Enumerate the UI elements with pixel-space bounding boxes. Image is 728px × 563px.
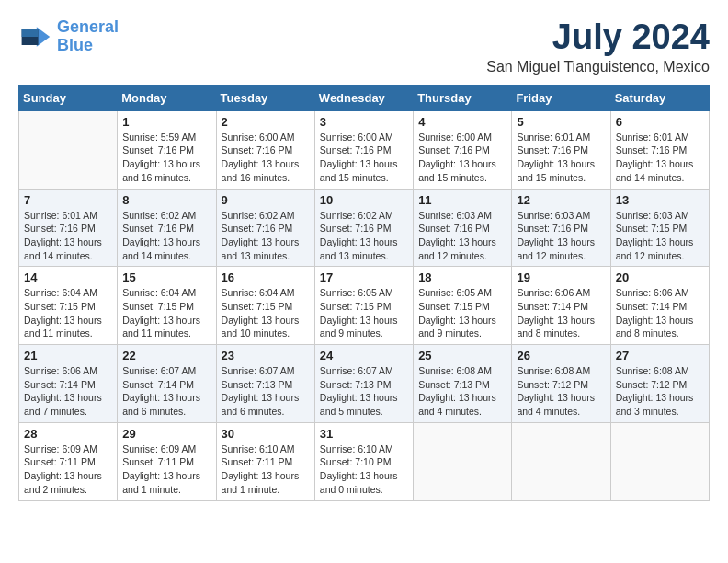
day-info: Sunrise: 6:01 AMSunset: 7:16 PMDaylight:… xyxy=(616,131,704,185)
calendar-cell: 11Sunrise: 6:03 AMSunset: 7:16 PMDayligh… xyxy=(414,189,512,267)
day-info: Sunrise: 6:06 AMSunset: 7:14 PMDaylight:… xyxy=(616,286,704,340)
day-number: 14 xyxy=(24,270,112,284)
day-number: 7 xyxy=(24,193,112,207)
calendar-cell xyxy=(19,110,118,189)
svg-rect-3 xyxy=(22,29,39,37)
calendar-week-4: 21Sunrise: 6:06 AMSunset: 7:14 PMDayligh… xyxy=(19,345,710,423)
calendar-cell: 26Sunrise: 6:08 AMSunset: 7:12 PMDayligh… xyxy=(512,345,610,423)
page-header: General Blue July 2024 San Miguel Tiangu… xyxy=(18,18,710,75)
calendar-cell: 29Sunrise: 6:09 AMSunset: 7:11 PMDayligh… xyxy=(118,422,216,500)
calendar-week-1: 1Sunrise: 5:59 AMSunset: 7:16 PMDaylight… xyxy=(19,110,710,189)
calendar-cell: 4Sunrise: 6:00 AMSunset: 7:16 PMDaylight… xyxy=(414,110,512,189)
day-info: Sunrise: 6:02 AMSunset: 7:16 PMDaylight:… xyxy=(122,209,210,263)
day-info: Sunrise: 6:05 AMSunset: 7:15 PMDaylight:… xyxy=(320,286,408,340)
day-info: Sunrise: 6:01 AMSunset: 7:16 PMDaylight:… xyxy=(517,131,605,185)
weekday-header-wednesday: Wednesday xyxy=(314,85,413,110)
logo-general: General xyxy=(57,17,119,36)
title-block: July 2024 San Miguel Tianguistenco, Mexi… xyxy=(486,18,710,75)
day-info: Sunrise: 6:07 AMSunset: 7:13 PMDaylight:… xyxy=(222,364,310,419)
calendar-cell: 20Sunrise: 6:06 AMSunset: 7:14 PMDayligh… xyxy=(610,267,709,345)
day-info: Sunrise: 6:10 AMSunset: 7:10 PMDaylight:… xyxy=(320,442,408,497)
day-number: 2 xyxy=(222,115,310,129)
calendar-week-2: 7Sunrise: 6:01 AMSunset: 7:16 PMDaylight… xyxy=(19,189,710,267)
day-number: 18 xyxy=(418,270,506,284)
day-info: Sunrise: 6:05 AMSunset: 7:15 PMDaylight:… xyxy=(418,286,506,340)
calendar-cell: 14Sunrise: 6:04 AMSunset: 7:15 PMDayligh… xyxy=(19,267,118,345)
calendar-cell: 1Sunrise: 5:59 AMSunset: 7:16 PMDaylight… xyxy=(118,110,216,189)
calendar-cell: 18Sunrise: 6:05 AMSunset: 7:15 PMDayligh… xyxy=(414,267,512,345)
calendar-cell: 5Sunrise: 6:01 AMSunset: 7:16 PMDaylight… xyxy=(512,110,610,189)
day-number: 28 xyxy=(24,427,112,441)
month-title: July 2024 xyxy=(486,18,710,57)
day-number: 17 xyxy=(320,270,408,284)
day-number: 29 xyxy=(122,427,210,441)
weekday-header-row: SundayMondayTuesdayWednesdayThursdayFrid… xyxy=(19,85,710,110)
weekday-header-sunday: Sunday xyxy=(19,85,118,110)
logo-icon xyxy=(18,20,51,53)
calendar-cell: 24Sunrise: 6:07 AMSunset: 7:13 PMDayligh… xyxy=(314,345,413,423)
calendar-cell xyxy=(414,422,512,500)
day-number: 4 xyxy=(418,115,506,129)
day-number: 30 xyxy=(222,427,310,441)
day-info: Sunrise: 6:01 AMSunset: 7:16 PMDaylight:… xyxy=(24,209,112,263)
day-info: Sunrise: 6:09 AMSunset: 7:11 PMDaylight:… xyxy=(24,442,112,497)
day-info: Sunrise: 6:09 AMSunset: 7:11 PMDaylight:… xyxy=(122,442,210,497)
day-number: 13 xyxy=(616,193,704,207)
day-number: 24 xyxy=(320,349,408,362)
logo-text: General Blue xyxy=(57,18,119,55)
day-number: 20 xyxy=(616,270,704,284)
day-number: 19 xyxy=(517,270,605,284)
day-info: Sunrise: 6:08 AMSunset: 7:13 PMDaylight:… xyxy=(418,364,506,419)
calendar-cell: 12Sunrise: 6:03 AMSunset: 7:16 PMDayligh… xyxy=(512,189,610,267)
weekday-header-saturday: Saturday xyxy=(610,85,709,110)
calendar-cell: 31Sunrise: 6:10 AMSunset: 7:10 PMDayligh… xyxy=(314,422,413,500)
calendar-cell: 16Sunrise: 6:04 AMSunset: 7:15 PMDayligh… xyxy=(216,267,314,345)
day-number: 8 xyxy=(122,193,210,207)
day-number: 10 xyxy=(320,193,408,207)
day-info: Sunrise: 5:59 AMSunset: 7:16 PMDaylight:… xyxy=(122,131,210,185)
calendar-cell: 19Sunrise: 6:06 AMSunset: 7:14 PMDayligh… xyxy=(512,267,610,345)
calendar-cell xyxy=(610,422,709,500)
logo: General Blue xyxy=(18,18,119,55)
day-info: Sunrise: 6:10 AMSunset: 7:11 PMDaylight:… xyxy=(222,442,310,497)
day-number: 25 xyxy=(418,349,506,362)
calendar-cell: 13Sunrise: 6:03 AMSunset: 7:15 PMDayligh… xyxy=(610,189,709,267)
day-number: 27 xyxy=(616,349,704,362)
calendar-cell: 8Sunrise: 6:02 AMSunset: 7:16 PMDaylight… xyxy=(118,189,216,267)
day-info: Sunrise: 6:08 AMSunset: 7:12 PMDaylight:… xyxy=(616,364,704,419)
calendar-cell: 6Sunrise: 6:01 AMSunset: 7:16 PMDaylight… xyxy=(610,110,709,189)
calendar-cell: 2Sunrise: 6:00 AMSunset: 7:16 PMDaylight… xyxy=(216,110,314,189)
day-info: Sunrise: 6:04 AMSunset: 7:15 PMDaylight:… xyxy=(222,286,310,340)
calendar-cell: 9Sunrise: 6:02 AMSunset: 7:16 PMDaylight… xyxy=(216,189,314,267)
calendar-cell: 10Sunrise: 6:02 AMSunset: 7:16 PMDayligh… xyxy=(314,189,413,267)
day-number: 22 xyxy=(122,349,210,362)
calendar-cell: 27Sunrise: 6:08 AMSunset: 7:12 PMDayligh… xyxy=(610,345,709,423)
day-number: 15 xyxy=(122,270,210,284)
calendar-cell: 23Sunrise: 6:07 AMSunset: 7:13 PMDayligh… xyxy=(216,345,314,423)
location-title: San Miguel Tianguistenco, Mexico xyxy=(486,59,710,75)
logo-blue: Blue xyxy=(57,36,93,54)
calendar-cell: 30Sunrise: 6:10 AMSunset: 7:11 PMDayligh… xyxy=(216,422,314,500)
day-number: 31 xyxy=(320,427,408,441)
day-info: Sunrise: 6:03 AMSunset: 7:16 PMDaylight:… xyxy=(517,209,605,263)
day-number: 12 xyxy=(517,193,605,207)
day-number: 26 xyxy=(517,349,605,362)
day-number: 11 xyxy=(418,193,506,207)
weekday-header-monday: Monday xyxy=(118,85,216,110)
day-info: Sunrise: 6:04 AMSunset: 7:15 PMDaylight:… xyxy=(122,286,210,340)
day-info: Sunrise: 6:06 AMSunset: 7:14 PMDaylight:… xyxy=(24,364,112,419)
day-info: Sunrise: 6:06 AMSunset: 7:14 PMDaylight:… xyxy=(517,286,605,340)
calendar-cell: 28Sunrise: 6:09 AMSunset: 7:11 PMDayligh… xyxy=(19,422,118,500)
day-info: Sunrise: 6:04 AMSunset: 7:15 PMDaylight:… xyxy=(24,286,112,340)
calendar-cell: 21Sunrise: 6:06 AMSunset: 7:14 PMDayligh… xyxy=(19,345,118,423)
day-info: Sunrise: 6:02 AMSunset: 7:16 PMDaylight:… xyxy=(320,209,408,263)
weekday-header-friday: Friday xyxy=(512,85,610,110)
day-info: Sunrise: 6:00 AMSunset: 7:16 PMDaylight:… xyxy=(418,131,506,185)
calendar-cell: 15Sunrise: 6:04 AMSunset: 7:15 PMDayligh… xyxy=(118,267,216,345)
day-number: 3 xyxy=(320,115,408,129)
day-info: Sunrise: 6:07 AMSunset: 7:13 PMDaylight:… xyxy=(320,364,408,419)
day-info: Sunrise: 6:00 AMSunset: 7:16 PMDaylight:… xyxy=(222,131,310,185)
day-number: 5 xyxy=(517,115,605,129)
calendar-cell: 3Sunrise: 6:00 AMSunset: 7:16 PMDaylight… xyxy=(314,110,413,189)
calendar-cell: 7Sunrise: 6:01 AMSunset: 7:16 PMDaylight… xyxy=(19,189,118,267)
